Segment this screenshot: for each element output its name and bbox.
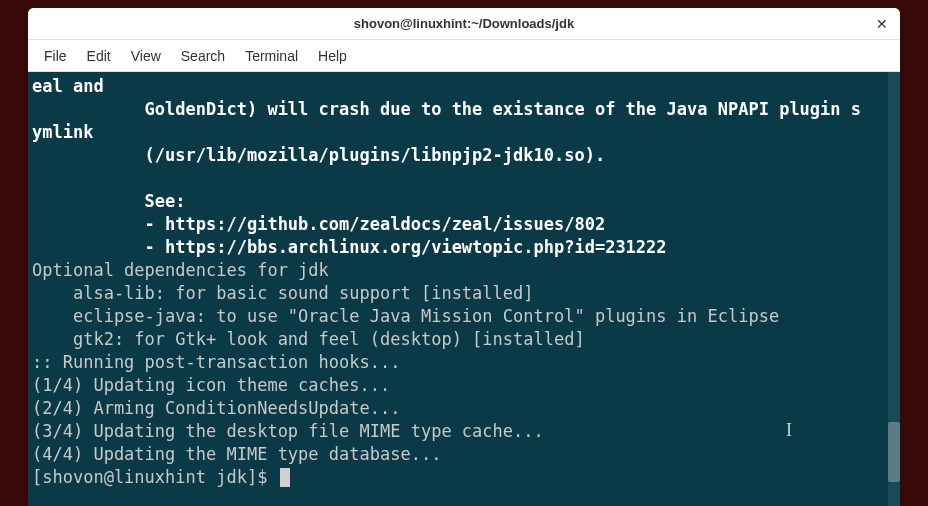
output-line: GoldenDict) will crash due to the exista…	[32, 99, 861, 119]
terminal-window: shovon@linuxhint:~/Downloads/jdk ✕ File …	[28, 8, 900, 506]
output-line: alsa-lib: for basic sound support [insta…	[32, 283, 534, 303]
output-line: (2/4) Arming ConditionNeedsUpdate...	[32, 398, 400, 418]
output-line: - https://github.com/zealdocs/zeal/issue…	[32, 214, 605, 234]
output-line: (3/4) Updating the desktop file MIME typ…	[32, 421, 544, 441]
cursor-icon	[280, 468, 290, 487]
menu-edit[interactable]: Edit	[77, 44, 121, 68]
menu-terminal[interactable]: Terminal	[235, 44, 308, 68]
menu-help[interactable]: Help	[308, 44, 357, 68]
window-title: shovon@linuxhint:~/Downloads/jdk	[354, 16, 574, 31]
output-line: Optional dependencies for jdk	[32, 260, 329, 280]
menu-file[interactable]: File	[34, 44, 77, 68]
terminal-output[interactable]: eal and GoldenDict) will crash due to th…	[28, 72, 888, 506]
output-line: eal and	[32, 76, 104, 96]
output-line: eclipse-java: to use "Oracle Java Missio…	[32, 306, 779, 326]
output-line: :: Running post-transaction hooks...	[32, 352, 400, 372]
output-line: ymlink	[32, 122, 93, 142]
menu-view[interactable]: View	[121, 44, 171, 68]
output-line: (/usr/lib/mozilla/plugins/libnpjp2-jdk10…	[32, 145, 605, 165]
menubar: File Edit View Search Terminal Help	[28, 40, 900, 72]
menu-search[interactable]: Search	[171, 44, 235, 68]
output-line: (1/4) Updating icon theme caches...	[32, 375, 390, 395]
shell-prompt: [shovon@linuxhint jdk]$	[32, 467, 278, 487]
scrollbar[interactable]	[888, 72, 900, 506]
titlebar[interactable]: shovon@linuxhint:~/Downloads/jdk ✕	[28, 8, 900, 40]
output-line: gtk2: for Gtk+ look and feel (desktop) […	[32, 329, 585, 349]
close-icon[interactable]: ✕	[872, 14, 892, 34]
scrollbar-thumb[interactable]	[888, 422, 900, 482]
terminal-container: eal and GoldenDict) will crash due to th…	[28, 72, 900, 506]
output-line: See:	[32, 191, 186, 211]
output-line: (4/4) Updating the MIME type database...	[32, 444, 441, 464]
output-line: - https://bbs.archlinux.org/viewtopic.ph…	[32, 237, 667, 257]
